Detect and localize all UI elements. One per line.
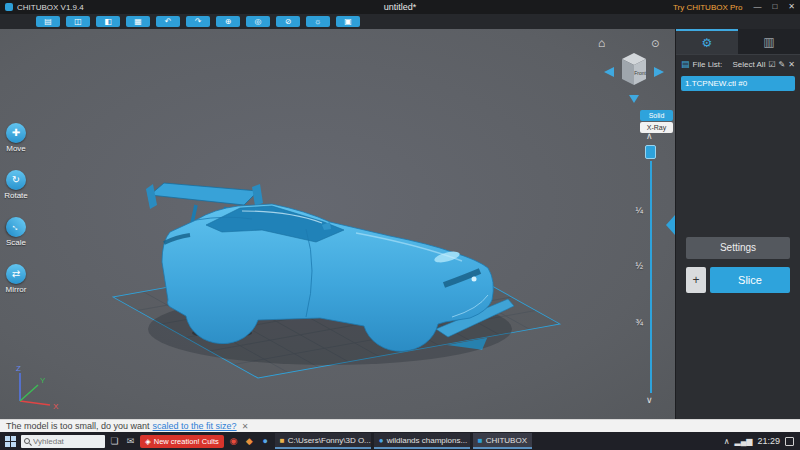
tray-expand-icon[interactable]: ∧: [724, 437, 730, 446]
slider-three-quarter-label: ¾: [628, 317, 643, 327]
network-icon[interactable]: ▂▄▆: [734, 437, 752, 446]
minimize-button[interactable]: —: [753, 0, 761, 14]
chitubox-logo: [5, 3, 13, 11]
select-all-label[interactable]: Select All: [733, 60, 766, 69]
status-bar: The model is too small, do you want scal…: [0, 419, 800, 432]
mirror-tool[interactable]: ⇄ Mirror: [6, 264, 27, 294]
layer-slider-track[interactable]: [650, 161, 652, 393]
car-indicator: [472, 277, 477, 282]
redo-button[interactable]: ↷: [186, 16, 210, 27]
save-button[interactable]: ◫: [66, 16, 90, 27]
globe-icon: ●: [379, 436, 384, 445]
solid-mode-button[interactable]: Solid: [640, 110, 673, 121]
mirror-icon: ⇄: [6, 264, 26, 284]
explorer-window-button[interactable]: ■ C:\Users\Fonny\3D O...: [275, 433, 371, 449]
tab-support-settings[interactable]: ▥: [738, 29, 800, 54]
chitubox-window-button[interactable]: ■ CHITUBOX: [473, 433, 532, 449]
document-title: untitled*: [225, 2, 575, 12]
scale-to-fit-link[interactable]: scaled to the fit size?: [153, 421, 237, 431]
move-icon: ✚: [6, 123, 26, 143]
slider-up-icon[interactable]: ∧: [646, 131, 653, 141]
right-panel: ⚙ ▥ ▤ File List: Select All ☑ ✎ ✕ 1.TCPN…: [675, 29, 800, 419]
clock[interactable]: 21:29: [757, 436, 780, 446]
search-input[interactable]: [33, 437, 97, 446]
slider-down-icon[interactable]: ∨: [646, 395, 653, 405]
file-list-item[interactable]: 1.TCPNEW.ctl #0: [681, 76, 795, 91]
scale-tool[interactable]: ↔ Scale: [6, 217, 26, 247]
taskbar-search[interactable]: [21, 435, 105, 448]
chitubox-icon: ■: [478, 436, 483, 445]
palette-icon[interactable]: ◆: [243, 433, 256, 449]
cults-icon: ◈: [145, 435, 151, 448]
rotate-tool[interactable]: ↻ Rotate: [4, 170, 28, 200]
notification-center-icon[interactable]: [785, 437, 794, 446]
support-settings-icon: ▥: [763, 35, 774, 49]
undo-button[interactable]: ↶: [156, 16, 180, 27]
slice-options-button[interactable]: +: [686, 267, 706, 293]
copy-button[interactable]: ◧: [96, 16, 120, 27]
titlebar: CHITUBOX V1.9.4 untitled* Try CHITUBOX P…: [0, 0, 800, 14]
scale-icon: ↔: [2, 213, 30, 241]
close-button[interactable]: ✕: [788, 0, 795, 14]
windows-taskbar: ❏ ✉ ◈ New creation! Cults ◉ ◆ ● ■ C:\Use…: [0, 432, 800, 450]
status-message: The model is too small, do you want: [6, 421, 150, 431]
file-list-label: File List:: [693, 60, 723, 69]
settings-button[interactable]: Settings: [686, 237, 790, 259]
hollow-button[interactable]: ◎: [246, 16, 270, 27]
browser-window-button[interactable]: ● wildlands champions...: [374, 433, 470, 449]
cube-face-label: Front: [634, 70, 646, 76]
tab-print-settings[interactable]: ⚙: [676, 29, 738, 54]
layer-slider-handle[interactable]: [645, 145, 656, 159]
task-view-icon[interactable]: ❏: [108, 433, 121, 449]
mail-icon[interactable]: ✉: [124, 433, 137, 449]
folder-icon: ■: [280, 436, 285, 445]
app-title: CHITUBOX V1.9.4: [17, 3, 84, 12]
start-button[interactable]: [3, 434, 18, 449]
x-axis-label: X: [53, 402, 59, 411]
panel-collapse-arrow[interactable]: [666, 215, 675, 235]
status-close-icon[interactable]: ✕: [242, 422, 249, 431]
file-list-header: ▤ File List: Select All ☑ ✎ ✕: [676, 55, 800, 73]
cults-taskbar-button[interactable]: ◈ New creation! Cults: [140, 435, 224, 448]
move-tool[interactable]: ✚ Move: [6, 123, 26, 153]
view-cube[interactable]: Front: [604, 47, 664, 103]
z-axis-label: Z: [16, 364, 21, 373]
main-toolbar: ▤ ◫ ◧ ▦ ↶ ↷ ⊕ ◎ ⊘ ☼ ▣: [0, 14, 800, 29]
open-file-button[interactable]: ▤: [36, 16, 60, 27]
center-model-button[interactable]: ⊕: [216, 16, 240, 27]
slider-half-label: ½: [628, 261, 643, 271]
auto-layout-button[interactable]: ▦: [126, 16, 150, 27]
rotate-right-arrow-icon: [654, 67, 664, 77]
transform-toolbar: ✚ Move ↻ Rotate ↔ Scale ⇄ Mirror: [2, 123, 30, 294]
scene-canvas: [0, 29, 675, 419]
select-all-icon[interactable]: ☑: [768, 60, 775, 69]
slice-button[interactable]: Slice: [710, 267, 790, 293]
system-tray: ∧ ▂▄▆ 21:29: [724, 436, 797, 446]
edit-icon[interactable]: ✎: [779, 60, 786, 69]
delete-icon[interactable]: ✕: [788, 60, 795, 69]
info-button[interactable]: ▣: [336, 16, 360, 27]
y-axis-label: Y: [40, 376, 46, 385]
xray-mode-button[interactable]: X-Ray: [640, 122, 673, 133]
rotate-left-arrow-icon: [604, 67, 614, 77]
light-button[interactable]: ☼: [306, 16, 330, 27]
print-settings-icon: ⚙: [702, 36, 713, 50]
file-list-icon: ▤: [681, 59, 690, 69]
chitubox-app-window: CHITUBOX V1.9.4 untitled* Try CHITUBOX P…: [0, 0, 800, 450]
cults-label: New creation! Cults: [154, 435, 219, 448]
maximize-button[interactable]: □: [772, 0, 777, 14]
rotate-icon: ↻: [6, 170, 26, 190]
search-icon: [24, 438, 30, 444]
viewport-3d[interactable]: ✚ Move ↻ Rotate ↔ Scale ⇄ Mirror ⌂ ⊙: [0, 29, 675, 419]
slider-quarter-label: ¼: [628, 205, 643, 215]
try-pro-link[interactable]: Try CHITUBOX Pro: [673, 3, 742, 12]
opera-icon[interactable]: ◉: [227, 433, 240, 449]
dig-hole-button[interactable]: ⊘: [276, 16, 300, 27]
axes-indicator: Z Y X: [4, 361, 62, 413]
rotate-down-arrow-icon: [629, 95, 639, 103]
steam-icon[interactable]: ●: [259, 433, 272, 449]
panel-tabs: ⚙ ▥: [676, 29, 800, 55]
